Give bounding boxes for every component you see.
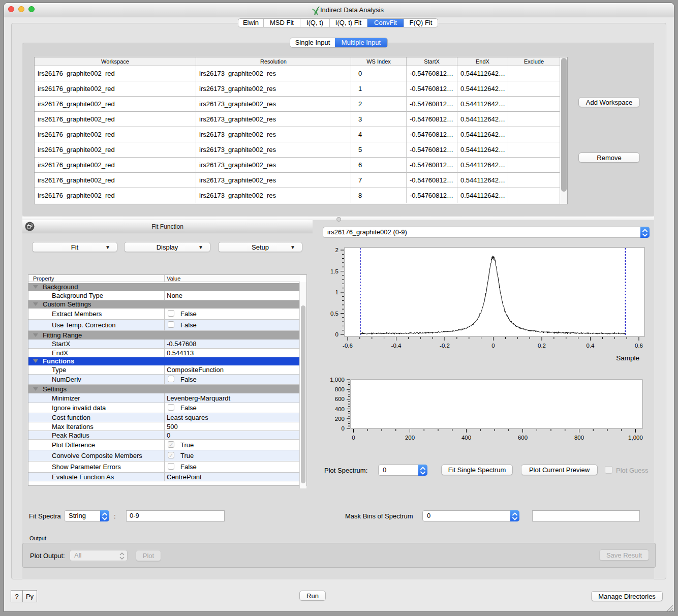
svg-text:0: 0 (352, 435, 355, 441)
svg-text:0.6: 0.6 (635, 343, 643, 349)
svg-text:-0.2: -0.2 (440, 343, 450, 349)
svg-text:400: 400 (461, 435, 471, 441)
svg-text:0.2: 0.2 (538, 343, 546, 349)
svg-text:0.4: 0.4 (587, 343, 595, 349)
svg-text:1,000: 1,000 (330, 377, 345, 383)
svg-text:400: 400 (335, 406, 345, 412)
svg-text:600: 600 (335, 396, 345, 402)
svg-text:800: 800 (335, 386, 345, 392)
svg-text:600: 600 (518, 435, 528, 441)
svg-text:1: 1 (335, 289, 338, 295)
svg-text:2: 2 (335, 247, 338, 253)
svg-text:0: 0 (342, 425, 345, 432)
svg-text:1,000: 1,000 (628, 435, 643, 441)
svg-text:0: 0 (335, 331, 338, 337)
svg-text:200: 200 (335, 416, 345, 422)
svg-text:800: 800 (574, 435, 584, 441)
svg-text:0: 0 (491, 343, 495, 349)
svg-text:1.5: 1.5 (330, 268, 338, 274)
svg-text:Sample: Sample (616, 354, 639, 362)
svg-text:0.5: 0.5 (330, 311, 338, 317)
svg-text:-0.6: -0.6 (343, 343, 353, 349)
svg-text:-0.4: -0.4 (391, 343, 402, 349)
svg-text:200: 200 (405, 435, 415, 441)
